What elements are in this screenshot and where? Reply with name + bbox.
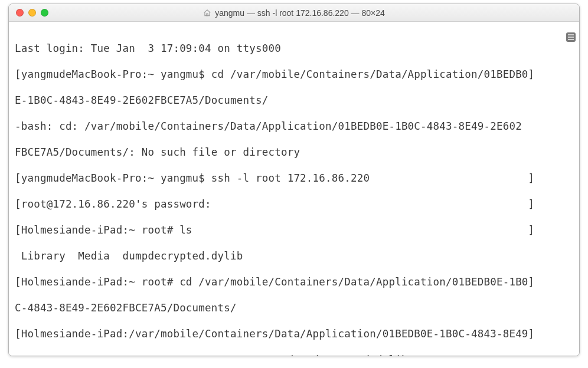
minimize-button[interactable]: [28, 9, 36, 17]
close-button[interactable]: [16, 9, 24, 17]
terminal-line: -bash: cd: /var/mobile/Containers/Data/A…: [15, 120, 574, 133]
terminal-line: FBCE7A5/Documents/: No such file or dire…: [15, 146, 574, 159]
terminal-line: [yangmudeMacBook-Pro:~ yangmu$ ssh -l ro…: [15, 172, 574, 185]
terminal-line: [Holmesiande-iPad:~ root# ls ]: [15, 224, 574, 236]
svg-rect-0: [207, 14, 208, 16]
terminal-line: -2E602FBCE7A5/Documents root# cp /var/ro…: [15, 353, 574, 356]
scrollbar-indicator[interactable]: [566, 32, 576, 42]
window-title-text: yangmu — ssh -l root 172.16.86.220 — 80×…: [215, 8, 385, 18]
terminal-line: [root@172.16.86.220's password: ]: [15, 198, 574, 211]
terminal-line: C-4843-8E49-2E602FBCE7A5/Documents/: [15, 301, 574, 314]
traffic-lights: [9, 9, 48, 17]
terminal-window: yangmu — ssh -l root 172.16.86.220 — 80×…: [8, 4, 580, 356]
terminal-line: [Holmesiande-iPad:/var/mobile/Containers…: [15, 327, 574, 340]
terminal-line: E-1B0C-4843-8E49-2E602FBCE7A5/Documents/: [15, 94, 574, 107]
terminal-output[interactable]: Last login: Tue Jan 3 17:09:04 on ttys00…: [9, 22, 579, 356]
window-title: yangmu — ssh -l root 172.16.86.220 — 80×…: [9, 8, 579, 18]
zoom-button[interactable]: [41, 9, 48, 17]
terminal-line: [yangmudeMacBook-Pro:~ yangmu$ cd /var/m…: [15, 68, 574, 81]
terminal-area[interactable]: Last login: Tue Jan 3 17:09:04 on ttys00…: [9, 22, 579, 356]
home-icon: [203, 9, 211, 17]
terminal-line: [Holmesiande-iPad:~ root# cd /var/mobile…: [15, 275, 574, 288]
terminal-line: Last login: Tue Jan 3 17:09:04 on ttys00…: [15, 42, 574, 55]
terminal-line: Library Media dumpdecrypted.dylib: [15, 249, 574, 262]
titlebar[interactable]: yangmu — ssh -l root 172.16.86.220 — 80×…: [9, 4, 579, 22]
